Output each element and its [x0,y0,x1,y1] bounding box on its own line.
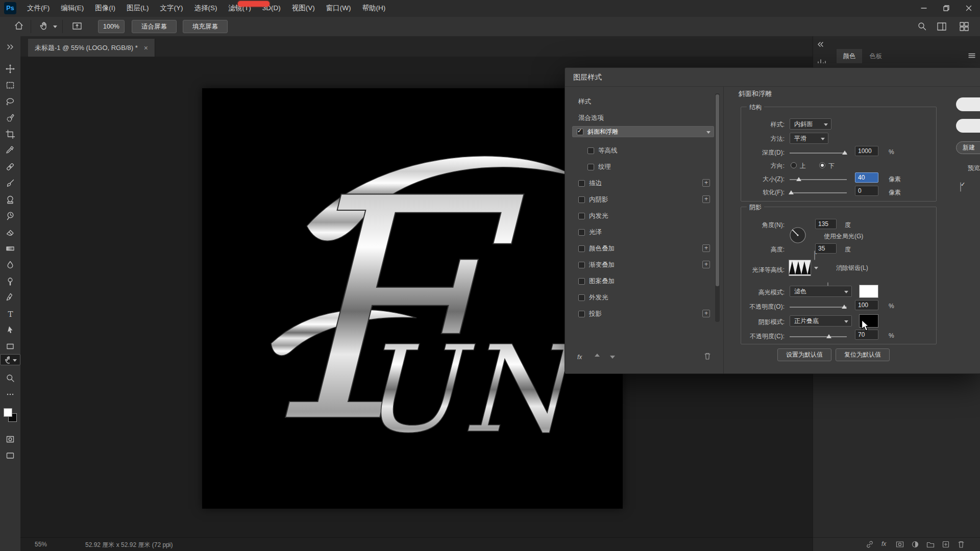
add-layer-mask-button[interactable] [895,540,904,551]
set-default-button[interactable]: 设置为默认值 [777,348,831,361]
scroll-all-windows-button[interactable] [71,20,83,34]
depth-slider[interactable] [790,153,847,154]
dialog-title[interactable]: 图层样式 [565,68,980,87]
size-slider-thumb[interactable] [796,177,801,181]
color-overlay-checkbox[interactable] [578,245,585,252]
delete-effect-button[interactable] [703,352,712,363]
menu-file[interactable]: 文件(F) [21,0,55,16]
soften-slider-thumb[interactable] [789,190,794,194]
eyedropper-tool[interactable] [0,143,20,158]
status-expand-icon[interactable]: 〉 [167,541,174,549]
status-zoom-field[interactable]: 55% [35,541,47,548]
highlight-opacity-thumb[interactable] [842,305,847,309]
blur-tool[interactable] [0,257,20,272]
rectangular-marquee-tool[interactable] [0,78,20,93]
ok-button[interactable] [956,97,980,111]
clone-stamp-tool[interactable] [0,192,20,207]
tab-swatches[interactable]: 色板 [862,49,890,63]
menu-select[interactable]: 选择(S) [189,0,223,16]
bevel-emboss-checkbox[interactable] [577,129,583,135]
path-selection-tool[interactable] [0,322,20,338]
direction-up-radio[interactable] [791,162,797,168]
pattern-overlay-checkbox[interactable] [578,278,585,285]
foreground-color-swatch[interactable] [4,408,12,417]
toolbar-collapse-button[interactable] [0,39,20,55]
menu-type[interactable]: 文字(Y) [155,0,189,16]
workspace-switcher-button[interactable] [959,21,970,34]
document-tab[interactable]: 未标题-1 @ 55% (LOGO, RGB/8) * × [28,39,155,57]
hand-tool-preset[interactable] [39,20,50,34]
history-brush-tool[interactable] [0,208,20,223]
menu-help[interactable]: 帮助(H) [356,0,391,16]
move-effect-up-button[interactable] [593,352,602,363]
stroke-checkbox[interactable] [578,180,585,187]
contour-checkbox[interactable] [587,147,594,154]
workspace-panels-button[interactable] [936,21,947,34]
restore-button[interactable] [935,0,958,16]
delete-layer-button[interactable] [957,540,966,551]
dodge-tool[interactable] [0,273,20,289]
cancel-button[interactable] [956,119,980,133]
depth-input[interactable]: 1000 [855,146,878,156]
menu-view[interactable]: 视图(V) [286,0,321,16]
texture-checkbox[interactable] [587,164,594,170]
lasso-tool[interactable] [0,94,20,109]
style-item-pattern-overlay[interactable]: 图案叠加 [572,273,714,289]
panel-menu-button[interactable] [967,51,976,62]
layer-style-button[interactable]: fx [881,540,886,547]
tool-preset-caret[interactable] [53,26,57,28]
pen-tool[interactable] [0,290,20,305]
style-item-styles[interactable]: 样式 [572,93,714,110]
satin-checkbox[interactable] [578,229,585,236]
inner-glow-checkbox[interactable] [578,213,585,219]
soften-input[interactable]: 0 [855,186,878,196]
technique-select[interactable]: 平滑 [790,133,828,144]
shadow-mode-select[interactable]: 正片叠底 [790,315,852,327]
brush-tool[interactable] [0,176,20,191]
highlight-opacity-slider[interactable] [790,307,847,308]
size-input[interactable]: 40 [855,172,878,183]
fill-screen-button[interactable]: 填充屏幕 [183,20,228,33]
adjustment-layer-button[interactable] [911,540,920,551]
tab-color[interactable]: 颜色 [837,49,862,63]
gloss-contour-thumbnail[interactable] [789,260,811,276]
quick-mask-button[interactable] [0,432,20,447]
spot-healing-tool[interactable] [0,159,20,174]
gradient-overlay-checkbox[interactable] [578,262,585,268]
move-effect-down-button[interactable] [608,352,617,363]
menu-edit[interactable]: 编辑(E) [55,0,89,16]
depth-slider-thumb[interactable] [842,151,847,155]
quick-selection-tool[interactable] [0,110,20,126]
new-layer-button[interactable] [941,540,950,551]
home-button[interactable] [13,20,24,34]
shadow-opacity-slider[interactable] [790,336,847,337]
shadow-opacity-thumb[interactable] [826,334,831,338]
move-tool[interactable] [0,61,20,77]
inner-shadow-checkbox[interactable] [578,196,585,203]
fit-screen-button[interactable]: 适合屏幕 [132,20,177,33]
direction-down-radio[interactable] [819,162,825,168]
altitude-input[interactable]: 35 [815,243,837,254]
menu-image[interactable]: 图像(I) [89,0,121,16]
highlight-color-swatch[interactable] [859,285,878,298]
highlight-opacity-input[interactable]: 100 [855,300,878,310]
hand-tool[interactable] [0,354,20,365]
zoom-100-button[interactable]: 100% [98,20,125,33]
edit-toolbar-button[interactable] [0,387,20,402]
rectangle-tool[interactable] [0,339,20,354]
bevel-style-select[interactable]: 内斜面 [790,118,831,130]
drop-shadow-checkbox[interactable] [578,311,585,317]
link-layers-button[interactable] [865,540,874,551]
tab-close-icon[interactable]: × [144,44,148,52]
gradient-tool[interactable] [0,241,20,256]
dock-collapse-button[interactable] [816,40,824,51]
angle-dial[interactable] [787,224,809,246]
menu-layer[interactable]: 图层(L) [121,0,155,16]
search-button[interactable] [917,21,928,34]
zoom-tool[interactable] [0,370,20,386]
angle-input[interactable]: 135 [815,219,837,229]
eraser-tool[interactable] [0,224,20,240]
crop-tool[interactable] [0,127,20,142]
outer-glow-checkbox[interactable] [578,294,585,301]
size-slider[interactable] [790,179,847,180]
